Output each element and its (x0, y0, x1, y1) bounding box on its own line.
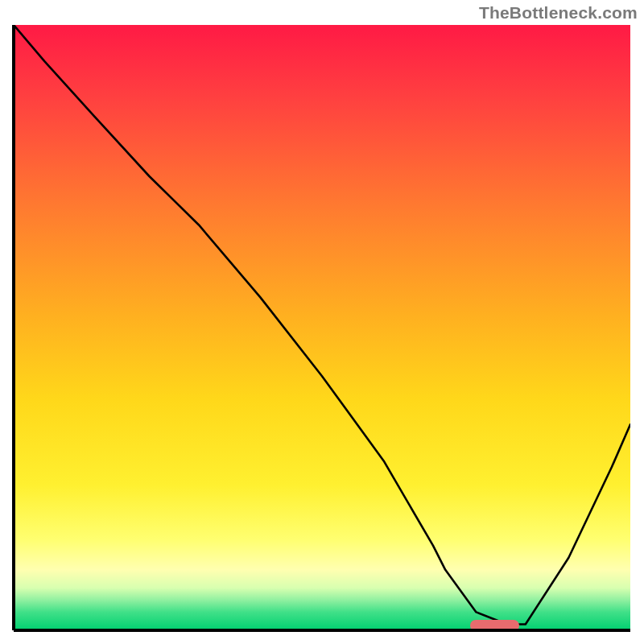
plot-area (14, 25, 630, 630)
optimal-range-marker (470, 620, 519, 630)
chart-container: TheBottleneck.com (0, 0, 644, 644)
gradient-background (14, 25, 630, 630)
watermark: TheBottleneck.com (479, 3, 638, 23)
